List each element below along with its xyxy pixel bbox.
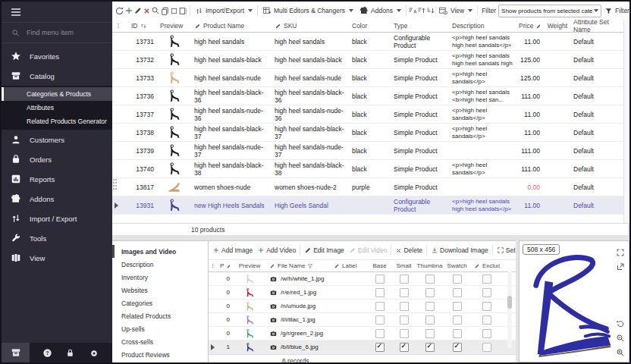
splitter-handle[interactable] [113,179,117,193]
column-header-thumbnail[interactable]: Thumbna [416,260,443,271]
tab-product-reviews[interactable]: Product Reviews [112,348,208,361]
product-row[interactable]: 13731high heel sandalshigh heel sandalsb… [112,33,623,51]
exclude-checkbox[interactable] [482,302,491,311]
sidebar-item-orders[interactable]: Orders [2,149,112,169]
set-resize-rule-button[interactable]: Set Resize Rule [494,243,516,257]
column-header-exclude[interactable]: Exclude [471,260,503,271]
filter-select[interactable]: Show products from selected categories [498,5,601,17]
base-checkbox[interactable] [375,329,385,338]
product-row[interactable]: 13817women shoes-nudewomen shoes-nude-2p… [112,178,623,196]
sidebar-item-catalog[interactable]: Catalog [2,66,112,86]
tab-websites[interactable]: Websites [112,284,208,297]
swatch-checkbox[interactable] [453,288,462,297]
column-header-preview[interactable]: Preview [157,20,191,32]
tab-description[interactable]: Description [112,258,208,271]
edit-image-button[interactable]: Edit Image [302,243,347,257]
delete-product-button[interactable] [143,4,151,17]
small-checkbox[interactable] [400,288,409,297]
sidebar-item-view[interactable]: View [2,248,112,268]
select-button[interactable] [170,4,178,17]
store-manager-button[interactable] [2,343,30,362]
tab-images-and-video[interactable]: Images and Video [112,245,208,258]
column-header-position[interactable]: P [217,260,233,271]
thumbnail-checkbox[interactable] [425,275,435,284]
media-row[interactable]: 1/b/l/blue_6.jpg [209,340,516,354]
column-header-id[interactable]: ID [122,20,157,32]
download-image-button[interactable]: Download Image [429,243,491,257]
small-checkbox[interactable] [400,315,409,325]
column-chooser[interactable] [112,20,122,32]
swatch-checkbox[interactable] [453,329,462,338]
add-image-button[interactable]: Add Image [210,243,255,257]
view-menu[interactable]: View [435,4,476,17]
sidebar-subitem-related-products-generator[interactable]: Related Products Generator [2,115,112,128]
column-header-attribute-set[interactable]: Attribute Set Name [570,20,623,32]
media-row[interactable]: 0/w/h/white_1.jpg [209,272,516,286]
filters-menu[interactable]: Filters [601,4,629,17]
settings-button[interactable] [89,346,99,359]
small-checkbox[interactable] [400,302,409,311]
thumbnail-checkbox[interactable] [425,343,435,352]
collapse-rows-button[interactable] [426,4,435,17]
column-header-sku[interactable]: SKU [272,20,349,32]
product-row[interactable]: 13733high heel sandals-nudehigh heel san… [112,69,623,87]
product-row[interactable]: 13739high heel sandals-nude-37high heel … [112,142,623,160]
product-row[interactable]: 13736high heel sandals-black-36high heel… [112,87,623,105]
tab-inventory[interactable]: Inventory [112,271,208,284]
tab-up-sells[interactable]: Up-sells [112,322,208,335]
column-header-small[interactable]: Small [391,260,416,271]
edit-product-button[interactable] [133,4,143,17]
paste-special-button[interactable] [178,4,188,17]
column-header-file-name[interactable]: File Name [266,260,331,271]
product-row[interactable]: 13737high heel sandals-nude-36high heel … [112,105,623,124]
column-header-base[interactable]: Base [368,260,391,271]
base-checkbox[interactable] [375,343,385,352]
base-checkbox[interactable] [375,302,385,311]
help-button[interactable] [42,346,52,359]
media-row[interactable]: 0/n/u/nude.jpg [209,300,516,313]
sidebar-item-import-export[interactable]: Import / Export [2,209,112,228]
exclude-checkbox[interactable] [482,275,491,284]
sidebar-item-addons[interactable]: Addons [2,189,112,209]
add-video-button[interactable]: Add Video [255,243,298,257]
tab-related-products[interactable]: Related Products [112,309,208,322]
zoom-in-button[interactable] [616,345,625,359]
refresh-button[interactable] [115,4,124,17]
thumbnail-checkbox[interactable] [425,315,435,325]
sidebar-item-tools[interactable]: Tools [2,228,112,248]
sidebar-item-favorites[interactable]: Favorites [2,46,112,66]
small-checkbox[interactable] [400,343,409,352]
sidebar-item-reports[interactable]: Reports [2,169,112,189]
thumbnail-checkbox[interactable] [425,288,435,297]
expand-rows-button[interactable] [417,4,426,17]
addons-menu[interactable]: Addons [356,4,404,17]
product-row[interactable]: 13931new High Heels SandalsHigh Geels Sa… [112,196,623,215]
product-row[interactable]: 13740high heel sandals-black-38high heel… [112,160,623,178]
product-row[interactable]: 13738high heel sandals-black-37high heel… [112,124,623,142]
column-header-color[interactable]: Color [349,20,391,32]
add-product-button[interactable] [124,4,133,17]
products-grid-scrollbar[interactable] [623,20,630,223]
fullscreen-button[interactable] [616,245,625,259]
media-column-chooser[interactable] [209,260,217,271]
media-row[interactable]: 0/l/i/lilac_1.jpg [209,313,516,327]
media-row[interactable]: 0/g/r/green_2.jpg [209,327,516,340]
open-external-button[interactable] [616,259,625,273]
autosize-columns-button[interactable] [408,4,417,17]
column-header-preview[interactable]: Preview [233,260,266,271]
delete-image-button[interactable]: Delete [393,243,425,257]
swatch-checkbox[interactable] [453,302,462,311]
media-grid-scrollbar[interactable] [507,271,512,348]
exclude-checkbox[interactable] [482,329,491,338]
copy-button[interactable] [160,4,170,17]
column-header-product-name[interactable]: Product Name [191,20,272,32]
multi-editors-menu[interactable]: Multi Editors & Changers [259,4,356,17]
sidebar-subitem-attributes[interactable]: Attributes [2,101,112,115]
swatch-checkbox[interactable] [453,315,462,325]
exclude-checkbox[interactable] [482,343,491,352]
edit-video-button[interactable]: Edit Video [347,243,390,257]
thumbnail-checkbox[interactable] [425,329,435,338]
base-checkbox[interactable] [375,275,385,284]
base-checkbox[interactable] [375,288,385,297]
tab-categories[interactable]: Categories [112,297,208,309]
